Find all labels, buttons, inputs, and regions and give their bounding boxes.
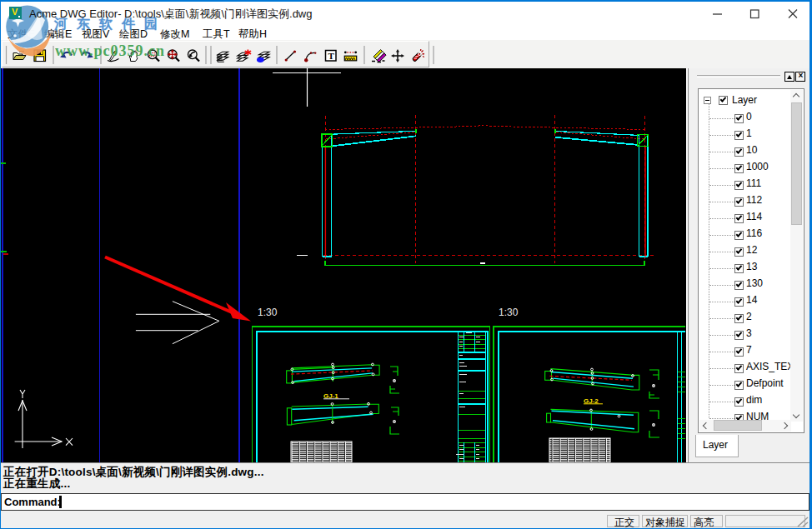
- svg-text:GJ-1: GJ-1: [323, 392, 338, 400]
- svg-text:GJ-2: GJ-2: [584, 397, 599, 405]
- svg-text:T: T: [328, 51, 335, 61]
